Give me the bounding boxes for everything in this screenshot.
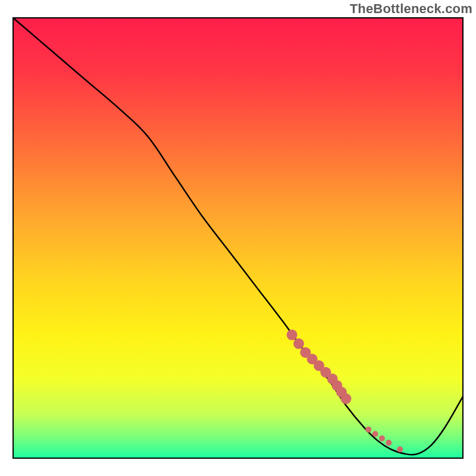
scatter-point bbox=[372, 431, 378, 437]
chart-svg bbox=[0, 0, 476, 476]
scatter-point bbox=[340, 393, 351, 404]
scatter-point bbox=[287, 330, 298, 340]
scatter-point bbox=[386, 440, 392, 446]
chart-stage: TheBottleneck.com bbox=[0, 0, 476, 476]
scatter-point bbox=[379, 436, 385, 441]
scatter-point bbox=[365, 427, 371, 433]
plot-background bbox=[13, 18, 463, 458]
watermark-text: TheBottleneck.com bbox=[350, 1, 472, 17]
scatter-point bbox=[293, 339, 304, 349]
scatter-point bbox=[397, 446, 403, 452]
